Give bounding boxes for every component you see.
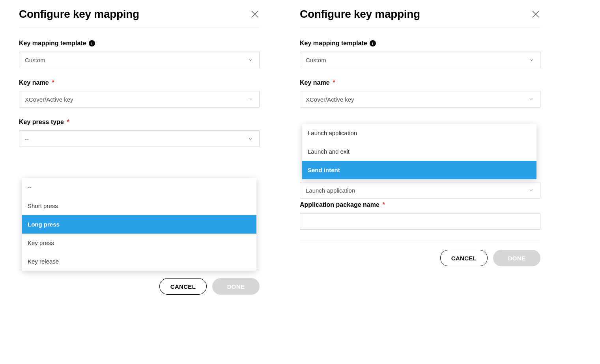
select-value: XCover/Active key [25, 96, 73, 103]
dropdown-item[interactable]: -- [22, 178, 256, 197]
dropdown-item[interactable]: Short press [22, 197, 256, 215]
select-key-name[interactable]: XCover/Active key [19, 91, 260, 108]
close-icon[interactable] [250, 9, 260, 19]
info-icon[interactable]: i [370, 40, 376, 46]
field-key-mapping-template: Key mapping template i Custom [300, 40, 540, 68]
done-button: DONE [212, 278, 260, 295]
select-key-name[interactable]: XCover/Active key [300, 91, 540, 108]
label-template: Key mapping template i [19, 40, 260, 47]
label-app-package: Application package name* [300, 201, 540, 208]
label-template: Key mapping template i [300, 40, 540, 47]
label-key-name: Key name* [19, 79, 260, 86]
dropdown-item-highlighted[interactable]: Long press [22, 215, 256, 234]
required-indicator: * [383, 201, 385, 208]
select-template[interactable]: Custom [300, 52, 540, 68]
select-action-type[interactable]: Launch application [300, 182, 540, 199]
chevron-down-icon [247, 96, 254, 102]
chevron-down-icon [247, 136, 254, 142]
dropdown-item[interactable]: Launch application [302, 124, 536, 142]
dropdown-item[interactable]: Key press [22, 234, 256, 252]
label-text: Key mapping template [19, 40, 86, 47]
field-key-name: Key name* XCover/Active key [19, 79, 260, 108]
select-press-type[interactable]: -- [19, 130, 260, 147]
dialog-title: Configure key mapping [300, 8, 420, 20]
dialog-configure-key-mapping-left: Configure key mapping Key mapping templa… [19, 8, 260, 295]
field-key-press-type: Key press type* -- [19, 119, 260, 147]
done-button: DONE [493, 250, 540, 266]
label-text: Application package name [300, 201, 379, 208]
info-icon[interactable]: i [89, 40, 95, 46]
dropdown-item-highlighted[interactable]: Send intent [302, 161, 536, 179]
select-value: Launch application [306, 187, 355, 194]
field-region-obscured: Launch application Launch application La… [300, 119, 540, 201]
chevron-down-icon [528, 57, 535, 63]
label-text: Key mapping template [300, 40, 367, 47]
close-icon[interactable] [531, 9, 540, 19]
select-value: -- [25, 136, 29, 142]
dropdown-action-type: Launch application Launch and exit Send … [302, 124, 536, 179]
label-press-type: Key press type* [19, 119, 260, 126]
dropdown-item[interactable]: Launch and exit [302, 142, 536, 161]
required-indicator: * [52, 79, 54, 86]
cancel-button[interactable]: CANCEL [159, 278, 207, 295]
field-key-mapping-template: Key mapping template i Custom [19, 40, 260, 68]
chevron-down-icon [247, 57, 254, 63]
field-key-name: Key name* XCover/Active key [300, 79, 540, 108]
dialog-title: Configure key mapping [19, 8, 139, 20]
required-indicator: * [333, 79, 335, 86]
label-text: Key press type [19, 119, 64, 126]
dropdown-item[interactable]: Key release [22, 252, 256, 271]
dropdown-press-type: -- Short press Long press Key press Key … [22, 178, 256, 271]
cancel-button[interactable]: CANCEL [440, 250, 488, 266]
dialog-footer: CANCEL DONE [300, 241, 540, 266]
dialog-configure-key-mapping-right: Configure key mapping Key mapping templa… [300, 8, 540, 266]
input-app-package-name[interactable] [300, 213, 540, 230]
select-value: Custom [25, 57, 45, 63]
dialog-header: Configure key mapping [19, 8, 260, 28]
dialog-footer: CANCEL DONE [19, 269, 260, 295]
label-text: Key name [19, 79, 49, 86]
chevron-down-icon [528, 187, 535, 193]
field-app-package-name: Application package name* [300, 201, 540, 230]
select-value: XCover/Active key [306, 96, 354, 103]
chevron-down-icon [528, 96, 535, 102]
label-key-name: Key name* [300, 79, 540, 86]
select-template[interactable]: Custom [19, 52, 260, 68]
label-text: Key name [300, 79, 330, 86]
dialog-header: Configure key mapping [300, 8, 540, 28]
select-value: Custom [306, 57, 326, 63]
required-indicator: * [67, 119, 69, 126]
